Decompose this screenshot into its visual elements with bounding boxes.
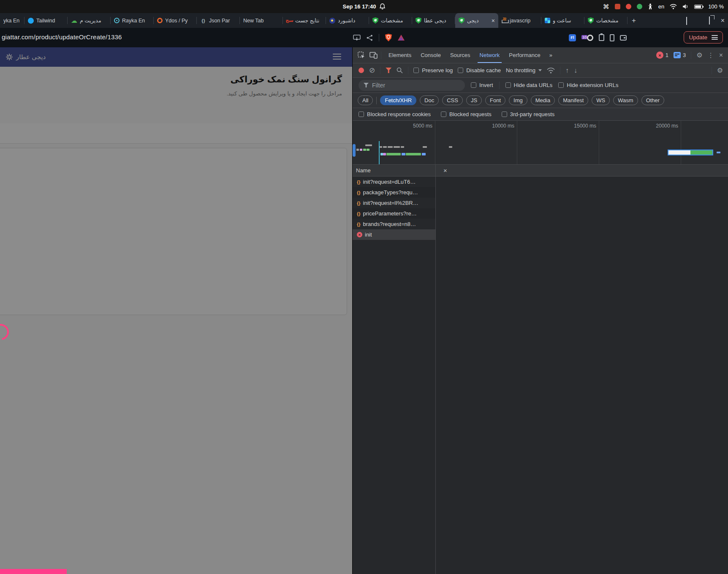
search-icon[interactable] bbox=[397, 67, 403, 73]
share-icon[interactable] bbox=[367, 35, 373, 41]
brave-shield-icon[interactable] bbox=[385, 34, 392, 41]
overview-brush-handle[interactable] bbox=[353, 144, 356, 157]
timeline-tick-label: 10000 ms bbox=[492, 123, 517, 129]
system-tray[interactable]: ⌘ en 100 % bbox=[603, 0, 724, 13]
request-row[interactable]: {}packageTypes?requ… bbox=[353, 187, 435, 198]
extension-clipboard-icon[interactable] bbox=[599, 34, 604, 41]
browser-menu-icon[interactable] bbox=[712, 35, 718, 40]
type-filter-css[interactable]: CSS bbox=[442, 95, 463, 105]
3rd-party-requests-checkbox[interactable]: 3rd-party requests bbox=[502, 111, 555, 117]
device-toolbar-icon[interactable] bbox=[369, 52, 378, 59]
system-clock-area[interactable]: Sep 16 17:40 bbox=[343, 0, 386, 13]
hide-data-urls-checkbox[interactable]: Hide data URLs bbox=[505, 82, 553, 88]
type-filter-wasm[interactable]: Wasm bbox=[613, 95, 638, 105]
network-conditions-icon[interactable] bbox=[547, 68, 555, 73]
browser-tab[interactable]: Tailwind bbox=[24, 13, 68, 28]
extension-wallet-icon[interactable] bbox=[620, 35, 627, 41]
restore-button[interactable] bbox=[709, 17, 710, 24]
type-filter-other[interactable]: Other bbox=[641, 95, 665, 105]
preview-pane[interactable] bbox=[436, 177, 728, 180]
browser-tab[interactable]: ساعت و bbox=[541, 13, 584, 28]
type-filter-manifest[interactable]: Manifest bbox=[558, 95, 588, 105]
browser-tab[interactable]: javascrip bbox=[498, 13, 541, 28]
close-detail-icon[interactable]: × bbox=[440, 167, 451, 174]
type-filter-img[interactable]: Img bbox=[509, 95, 527, 105]
devtools-settings-icon[interactable]: ⚙ bbox=[696, 51, 702, 59]
tab-title: New Tab bbox=[243, 18, 280, 24]
close-window-button[interactable]: × bbox=[721, 17, 725, 24]
filter-input[interactable] bbox=[372, 82, 444, 89]
export-har-icon[interactable]: ↓ bbox=[574, 67, 577, 74]
request-row[interactable]: {}priceParameters?re… bbox=[353, 208, 435, 219]
request-row[interactable]: {}init?request=dLuT6… bbox=[353, 177, 435, 187]
timeline-tick-label: 15000 ms bbox=[574, 123, 599, 129]
request-list-header[interactable]: Name bbox=[353, 165, 435, 177]
clear-network-log-icon[interactable]: ⊘ bbox=[369, 67, 375, 74]
devtools-close-icon[interactable]: × bbox=[719, 52, 723, 59]
screencast-icon[interactable] bbox=[353, 35, 361, 41]
extension-fl-icon[interactable]: Fl bbox=[569, 34, 576, 41]
browser-tab[interactable]: New Tab bbox=[240, 13, 283, 28]
network-overview-timeline[interactable]: 5000 ms10000 ms15000 ms20000 ms bbox=[353, 121, 728, 165]
error-count[interactable]: × 1 bbox=[656, 52, 668, 59]
request-row[interactable]: ×init bbox=[353, 229, 435, 240]
extension-phone-icon[interactable] bbox=[610, 34, 614, 41]
request-row[interactable]: {}init?request=lI%2BR… bbox=[353, 198, 435, 208]
notification-bell-icon bbox=[379, 3, 385, 10]
waterfall-bar bbox=[388, 146, 393, 148]
request-detail-column: × bbox=[436, 165, 728, 574]
devtools-tab-elements[interactable]: Elements bbox=[384, 47, 416, 63]
browser-tab[interactable]: مشخصات bbox=[369, 13, 412, 28]
type-filter-fetchxhr[interactable]: Fetch/XHR bbox=[380, 95, 416, 105]
preserve-log-checkbox[interactable]: Preserve log bbox=[413, 67, 453, 73]
browser-tab[interactable]: {}Json Par bbox=[197, 13, 240, 28]
new-tab-button[interactable]: + bbox=[627, 13, 640, 28]
more-panels-chevron[interactable]: » bbox=[546, 52, 555, 58]
devtools-tab-performance[interactable]: Performance bbox=[504, 47, 545, 63]
disable-cache-checkbox[interactable]: Disable cache bbox=[458, 67, 501, 73]
filter-toggle-icon[interactable] bbox=[386, 68, 391, 73]
record-network-log-button[interactable] bbox=[359, 68, 364, 73]
brave-rewards-icon[interactable] bbox=[398, 35, 405, 41]
filter-input-pill[interactable] bbox=[359, 80, 465, 91]
type-filter-media[interactable]: Media bbox=[531, 95, 555, 105]
web-page: دیجی عطار گرانول سنگ نمک خوراکی مراحل را… bbox=[0, 47, 352, 574]
browser-tab[interactable]: دیجی× bbox=[455, 13, 498, 28]
inspect-element-icon[interactable] bbox=[358, 52, 365, 59]
import-har-icon[interactable]: ↑ bbox=[565, 67, 569, 74]
tab-close-icon[interactable]: × bbox=[492, 17, 495, 24]
type-filter-ws[interactable]: WS bbox=[592, 95, 610, 105]
browser-tab[interactable]: داشبورد bbox=[326, 13, 369, 28]
devtools-tab-network[interactable]: Network bbox=[475, 47, 505, 63]
request-row[interactable]: {}brands?request=n8… bbox=[353, 219, 435, 229]
browser-tab[interactable]: yka En bbox=[0, 13, 24, 28]
checkbox-icon bbox=[441, 112, 446, 117]
hide-extension-urls-checkbox[interactable]: Hide extension URLs bbox=[558, 82, 618, 88]
extension-ring-icon[interactable] bbox=[587, 35, 593, 41]
address-url[interactable]: giattar.com/product/updateOrCreate/1336 bbox=[2, 33, 122, 41]
type-filter-font[interactable]: Font bbox=[485, 95, 505, 105]
devtools-tab-console[interactable]: Console bbox=[416, 47, 445, 63]
tab-search-icon[interactable] bbox=[686, 17, 687, 24]
invert-checkbox[interactable]: Invert bbox=[471, 82, 493, 88]
message-count[interactable]: 3 bbox=[674, 52, 686, 58]
browser-tab[interactable]: مشخصات bbox=[584, 13, 627, 28]
blocked-response-cookies-checkbox[interactable]: Blocked response cookies bbox=[359, 111, 431, 117]
blocked-requests-checkbox[interactable]: Blocked requests bbox=[441, 111, 492, 117]
browser-tab[interactable]: سجنتایج جست bbox=[283, 13, 326, 28]
network-settings-icon[interactable]: ⚙ bbox=[717, 66, 723, 74]
extensions-cluster: Fl 10 bbox=[569, 28, 627, 47]
browser-tab[interactable]: ☁مدیریت م bbox=[68, 13, 111, 28]
type-filter-all[interactable]: All bbox=[358, 95, 373, 105]
browser-tab[interactable]: دیجی عطا bbox=[412, 13, 455, 28]
devtools-tab-sources[interactable]: Sources bbox=[445, 47, 475, 63]
type-filter-js[interactable]: JS bbox=[466, 95, 482, 105]
devtools-kebab-menu-icon[interactable]: ⋮ bbox=[708, 52, 714, 59]
waterfall-bar bbox=[401, 146, 404, 148]
type-filter-doc[interactable]: Doc bbox=[420, 95, 439, 105]
browser-tab[interactable]: Ydos / Py bbox=[154, 13, 197, 28]
throttling-select[interactable]: No throttling bbox=[506, 67, 542, 73]
browser-tab[interactable]: Rayka En bbox=[111, 13, 154, 28]
browser-update-button[interactable]: Update bbox=[684, 31, 723, 44]
checkbox-label: 3rd-party requests bbox=[510, 111, 555, 117]
